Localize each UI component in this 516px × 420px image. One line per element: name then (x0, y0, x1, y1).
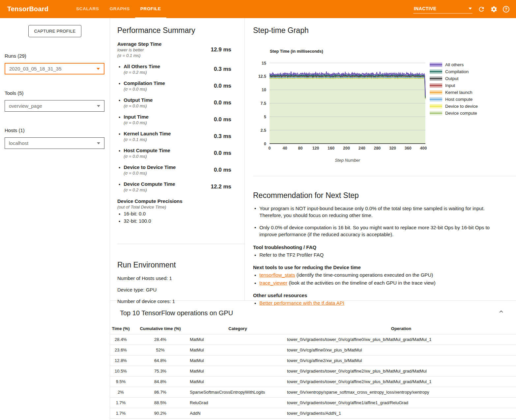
run-environment-line: Device type: GPU (117, 287, 244, 293)
average-step-time-label: Average Step Time (117, 41, 161, 47)
perf-item-label: Input Time (124, 114, 149, 120)
legend-swatch (430, 63, 442, 67)
perf-item-text: Compilation Time(σ = 0.0 ms) (124, 80, 165, 92)
x-tick-label: 400 (420, 146, 427, 151)
perf-item-value: 0.3 ms (214, 66, 231, 72)
bullet-icon: • (119, 182, 120, 192)
perf-item-text: Kernel Launch Time(σ = 0.1 ms) (124, 131, 171, 142)
perf-item-sigma: (σ = 0.2 ms) (124, 187, 175, 192)
x-tick-label: 160 (328, 146, 334, 151)
runs-select-value: 2020_03_05_18_31_35 (9, 66, 62, 71)
recommendation-link[interactable]: tensorflow_stats (259, 272, 295, 278)
legend-item-input: Input (430, 82, 478, 89)
perf-item-label: Device to Device Time (124, 164, 176, 170)
recommendation-item: •trace_viewer (look at the activities on… (253, 280, 503, 286)
perf-item-value: 0.3 ms (214, 133, 231, 140)
runs-select[interactable]: 2020_03_05_18_31_35 (5, 63, 104, 74)
runs-label: Runs (29) (5, 53, 110, 59)
bullet-icon: • (119, 211, 120, 217)
y-tick-label: 0 (264, 142, 266, 146)
legend-swatch (430, 90, 442, 95)
perf-item-sigma: (σ = 0.0 ms) (124, 87, 165, 92)
cell-time: 1.7% (110, 408, 131, 419)
hosts-select[interactable]: localhost (5, 137, 104, 149)
table-header-row: Time (%) Cumulative time (%) Category Op… (110, 324, 516, 334)
cell-operation: tower_0/v/cg/affine0/xw_plus_b/MatMul (286, 345, 516, 355)
tab-profile[interactable]: PROFILE (135, 0, 166, 18)
legend-item-output: Output (430, 75, 478, 82)
tools-select[interactable]: overview_page (5, 100, 104, 112)
step-time-chart: Step Time (in milliseconds) 02.557.51012… (253, 48, 516, 164)
cell-time: 1.7% (110, 419, 131, 420)
collapse-chevron-up-icon[interactable] (498, 308, 505, 315)
recommendation-item-text: tensorflow_stats (identify the time-cons… (259, 272, 433, 278)
recommendation-bullet: •Your program is NOT input-bound because… (253, 205, 503, 219)
legend-item-compilation: Compilation (430, 68, 478, 75)
recommendation-item-text: Refer to the TF2 Profiler FAQ (259, 252, 324, 258)
perf-item-text: Output Time(σ = 0.0 ms) (124, 97, 153, 108)
legend-swatch-line (430, 106, 442, 107)
table-row: 1.7%90.2%AddNtower_0/v/gradients/AddN_1 (110, 408, 516, 419)
cell-operation: tower_0/v/gradients/tower_0/v/cg/affine2… (286, 366, 516, 377)
legend-swatch (430, 111, 442, 115)
bullet-icon: • (119, 81, 120, 92)
help-icon[interactable]: ? (503, 6, 509, 13)
recommendation-bullet-text: Your program is NOT input-bound because … (259, 205, 503, 219)
recommendation-bullet-text: Only 0.0% of device computation is 16 bi… (259, 224, 503, 238)
recommendation-link[interactable]: trace_viewer (259, 280, 287, 286)
legend-swatch (430, 104, 442, 108)
cell-cumulative: 88.5% (131, 398, 189, 408)
legend-swatch-line (430, 113, 442, 114)
table-row: 28.4%28.4%MatMultower_0/v/gradients/towe… (110, 334, 516, 345)
perf-item-sigma: (σ = 0.2 ms) (124, 70, 160, 75)
y-tick-label: 10 (262, 88, 266, 92)
x-tick-label: 240 (358, 146, 365, 151)
perf-item: •Host Compute Time(σ = 0.0 ms)0.0 ms (117, 148, 244, 159)
gear-icon[interactable] (490, 6, 498, 13)
cell-operation: tower_0/v/xentropy/sparse_softmax_cross_… (286, 387, 516, 398)
table-row: 9.5%84.8%MatMultower_0/v/gradients/tower… (110, 377, 516, 387)
precision-item: •16-bit: 0.0 (117, 211, 244, 217)
precision-item: •32-bit: 100.0 (117, 218, 244, 224)
refresh-icon[interactable] (478, 6, 485, 13)
bullet-icon: • (119, 114, 120, 125)
legend-item-host-compute: Host compute (430, 96, 478, 103)
status-dropdown[interactable]: INACTIVE (413, 5, 473, 14)
perf-item: •Output Time(σ = 0.0 ms)0.0 ms (117, 97, 244, 108)
cell-time: 10.5% (110, 366, 131, 377)
perf-item-label: Host Compute Time (124, 148, 170, 153)
cell-cumulative: 64.8% (131, 355, 189, 366)
top-ops-title: Top 10 TensorFlow operations on GPU (120, 309, 516, 317)
recommendation-item: •Refer to the TF2 Profiler FAQ (253, 252, 503, 258)
table-row: 1.7%91.9%ApplyGradientDescentappend_appl… (110, 419, 516, 420)
tools-label: Tools (5) (5, 90, 110, 96)
x-tick-label: 200 (343, 146, 350, 151)
capture-profile-button[interactable]: CAPTURE PROFILE (28, 25, 82, 37)
perf-item-left: •Device Compute Time(σ = 0.2 ms) (117, 181, 175, 192)
perf-item: •Device Compute Time(σ = 0.2 ms)12.2 ms (117, 181, 244, 192)
average-step-time-note: lower is better (117, 47, 161, 52)
legend-swatch-line (430, 78, 442, 79)
header-tabs: SCALARSGRAPHSPROFILE (71, 0, 166, 18)
legend-item-all-others: All others (430, 61, 478, 68)
cell-operation: append_apply_gradient_ops/GradientDescen… (286, 419, 516, 420)
cell-cumulative: 91.9% (131, 419, 189, 420)
cell-time: 23.6% (110, 345, 131, 355)
legend-label: Output (445, 76, 459, 81)
legend-swatch-line (430, 64, 442, 65)
recommendation-subsections: Tool troubleshooting / FAQ•Refer to the … (253, 244, 503, 306)
cell-category: ReluGrad (189, 398, 286, 408)
col-time: Time (%) (110, 324, 131, 334)
tab-scalars[interactable]: SCALARS (71, 0, 104, 18)
legend-swatch (430, 83, 442, 88)
perf-item-value: 0.0 ms (214, 150, 231, 156)
perf-item-sigma: (σ = 0.0 ms) (124, 120, 149, 125)
average-step-time-sigma: (σ = 0.1 ms) (117, 53, 161, 58)
hosts-label: Hosts (1) (5, 127, 110, 133)
perf-item-left: •All Others Time(σ = 0.2 ms) (117, 64, 160, 75)
perf-item-sigma: (σ = 0.1 ms) (124, 137, 171, 142)
legend-swatch-line (430, 85, 442, 86)
cell-cumulative: 75.3% (131, 366, 189, 377)
tab-graphs[interactable]: GRAPHS (104, 0, 135, 18)
top-ops-table: Time (%) Cumulative time (%) Category Op… (110, 324, 516, 420)
